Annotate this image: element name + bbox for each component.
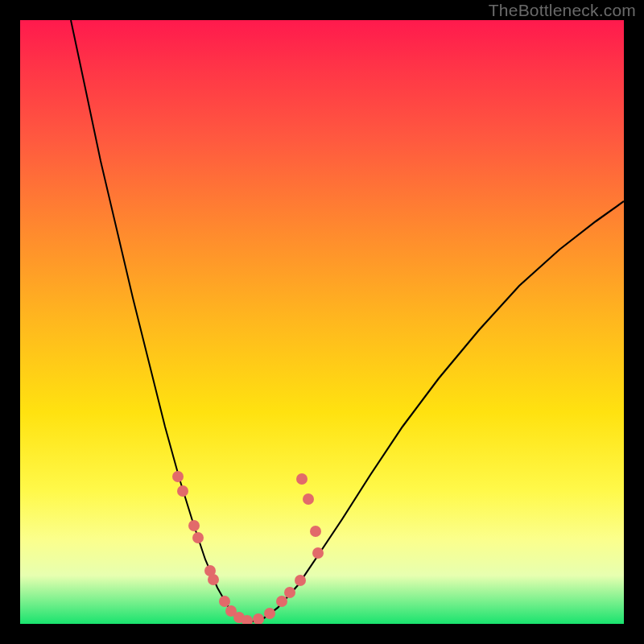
data-point bbox=[295, 575, 306, 586]
data-point bbox=[172, 471, 184, 482]
curve-right-branch bbox=[247, 201, 624, 622]
data-point bbox=[192, 532, 204, 543]
data-point bbox=[253, 613, 264, 624]
data-points bbox=[172, 471, 324, 624]
data-point bbox=[296, 473, 308, 485]
data-point bbox=[276, 596, 287, 607]
chart-frame: TheBottleneck.com bbox=[0, 0, 644, 644]
data-point bbox=[219, 596, 230, 607]
data-point bbox=[312, 547, 324, 559]
data-point bbox=[264, 608, 275, 619]
data-point bbox=[208, 574, 219, 585]
curve-left-branch bbox=[71, 20, 247, 622]
chart-svg bbox=[20, 20, 624, 624]
data-point bbox=[177, 485, 188, 497]
data-point bbox=[284, 587, 295, 598]
data-point bbox=[310, 526, 321, 537]
data-point bbox=[303, 493, 314, 505]
data-point bbox=[188, 520, 200, 531]
watermark-text: TheBottleneck.com bbox=[489, 1, 636, 20]
plot-area bbox=[20, 20, 624, 624]
